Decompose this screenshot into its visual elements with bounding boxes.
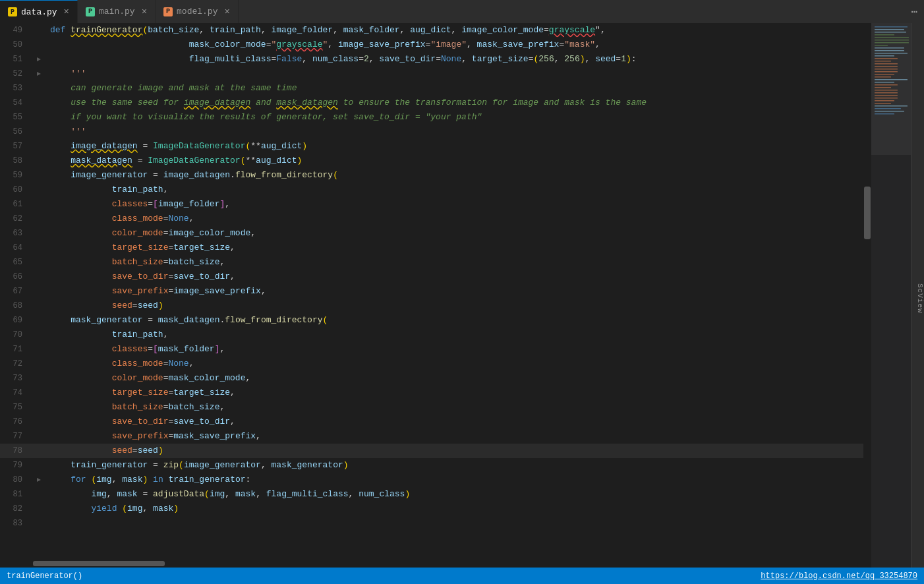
code-line: 81 img, mask = adjustData(img, mask, fla…	[0, 487, 863, 502]
fold-indicator	[33, 284, 45, 299]
line-content: seed=seed)	[45, 299, 863, 313]
v-scrollbar-track[interactable]	[863, 23, 871, 568]
tab-label-main-py: main.py	[99, 7, 135, 16]
line-number: 79	[0, 458, 33, 473]
code-line: 50 mask_color_mode="grayscale", image_sa…	[0, 38, 863, 52]
code-line: 79 train_generator = zip(image_generator…	[0, 458, 863, 473]
fold-indicator	[33, 415, 45, 429]
tab-model-py[interactable]: P model.py ×	[156, 0, 239, 23]
line-content: train_generator = zip(image_generator, m…	[45, 458, 863, 473]
svg-rect-9	[875, 42, 909, 44]
line-number: 63	[0, 226, 33, 241]
code-line: 63 color_mode=image_color_mode,	[0, 226, 863, 241]
line-number: 52	[0, 67, 33, 81]
svg-marker-1	[37, 72, 41, 76]
status-url[interactable]: https://blog.csdn.net/qq_33254870	[761, 571, 917, 581]
code-line: 61 classes=[image_folder],	[0, 197, 863, 212]
line-content: save_to_dir=save_to_dir,	[45, 415, 863, 429]
line-number: 77	[0, 429, 33, 444]
line-content: use the same seed for image_datagen and …	[45, 96, 863, 110]
svg-rect-35	[875, 111, 904, 112]
code-line: 52 '''	[0, 67, 863, 81]
code-line: 60 train_path,	[0, 183, 863, 197]
code-line: 49def trainGenerator(batch_size, train_p…	[0, 23, 863, 38]
tab-close-model-py[interactable]: ×	[224, 7, 229, 16]
line-content	[45, 516, 863, 531]
fold-indicator	[33, 241, 45, 255]
line-number: 57	[0, 139, 33, 154]
svg-rect-28	[875, 92, 898, 94]
svg-rect-20	[875, 71, 898, 73]
line-content: batch_size=batch_size,	[45, 400, 863, 415]
fold-indicator[interactable]	[33, 67, 45, 81]
svg-rect-27	[875, 90, 898, 91]
fold-indicator	[33, 328, 45, 342]
line-content: train_path,	[45, 328, 863, 342]
line-content: '''	[45, 67, 863, 81]
line-number: 83	[0, 516, 33, 531]
line-content: save_prefix=mask_save_prefix,	[45, 429, 863, 444]
code-line: 62 class_mode=None,	[0, 212, 863, 226]
code-line: 80 for (img, mask) in train_generator:	[0, 473, 863, 487]
code-line: 75 batch_size=batch_size,	[0, 400, 863, 415]
line-number: 75	[0, 400, 33, 415]
code-line: 73 color_mode=mask_color_mode,	[0, 371, 863, 386]
code-line: 74 target_size=target_size,	[0, 386, 863, 400]
svg-rect-23	[875, 79, 908, 80]
fold-indicator	[33, 81, 45, 96]
code-lines: 49def trainGenerator(batch_size, train_p…	[0, 23, 863, 560]
fold-indicator[interactable]	[33, 52, 45, 67]
fold-indicator	[33, 487, 45, 502]
fold-indicator	[33, 313, 45, 328]
line-number: 58	[0, 154, 33, 168]
svg-rect-7	[875, 37, 909, 38]
tab-label-data-py: data.py	[21, 7, 57, 17]
status-bar-left: trainGenerator()	[7, 571, 82, 581]
line-number: 53	[0, 81, 33, 96]
code-line: 64 target_size=target_size,	[0, 241, 863, 255]
line-content: img, mask = adjustData(img, mask, flag_m…	[45, 487, 863, 502]
fold-indicator	[33, 299, 45, 313]
fold-indicator	[33, 38, 45, 52]
h-scrollbar[interactable]	[0, 560, 863, 568]
tab-bar: P data.py × P main.py × P model.py × ⋯	[0, 0, 924, 23]
tab-close-data-py[interactable]: ×	[64, 7, 69, 16]
line-number: 49	[0, 23, 33, 38]
fold-indicator	[33, 429, 45, 444]
line-content: train_path,	[45, 183, 863, 197]
fold-indicator[interactable]	[33, 473, 45, 487]
code-line: 53 can generate image and mask at the sa…	[0, 81, 863, 96]
line-content: save_prefix=image_save_prefix,	[45, 284, 863, 299]
fold-indicator	[33, 270, 45, 284]
tab-close-main-py[interactable]: ×	[142, 7, 147, 16]
tab-icon-main-py: P	[86, 7, 95, 16]
line-number: 50	[0, 38, 33, 52]
svg-rect-13	[875, 53, 908, 54]
v-scrollbar-thumb[interactable]	[864, 187, 871, 239]
code-editor[interactable]: 49def trainGenerator(batch_size, train_p…	[0, 23, 863, 568]
svg-rect-25	[875, 84, 898, 86]
code-line: 55 if you want to visualize the results …	[0, 110, 863, 125]
h-scrollbar-thumb[interactable]	[33, 561, 165, 566]
tab-end-icon: ⋯	[904, 5, 924, 18]
line-content: target_size=target_size,	[45, 386, 863, 400]
line-number: 65	[0, 255, 33, 270]
fold-indicator	[33, 386, 45, 400]
line-content: if you want to visualize the results of …	[45, 110, 863, 125]
line-content: '''	[45, 125, 863, 139]
fold-indicator	[33, 226, 45, 241]
tab-data-py[interactable]: P data.py ×	[0, 0, 78, 23]
line-number: 71	[0, 342, 33, 357]
line-content: image_datagen = ImageDataGenerator(**aug…	[45, 139, 863, 154]
fold-indicator	[33, 458, 45, 473]
code-line: 83	[0, 516, 863, 531]
code-line: 69 mask_generator = mask_datagen.flow_fr…	[0, 313, 863, 328]
code-line: 58 mask_datagen = ImageDataGenerator(**a…	[0, 154, 863, 168]
line-content: target_size=target_size,	[45, 241, 863, 255]
code-line: 65 batch_size=batch_size,	[0, 255, 863, 270]
tab-icon-model-py: P	[163, 7, 173, 16]
line-number: 74	[0, 386, 33, 400]
code-line: 68 seed=seed)	[0, 299, 863, 313]
fold-indicator	[33, 197, 45, 212]
tab-main-py[interactable]: P main.py ×	[78, 0, 156, 23]
